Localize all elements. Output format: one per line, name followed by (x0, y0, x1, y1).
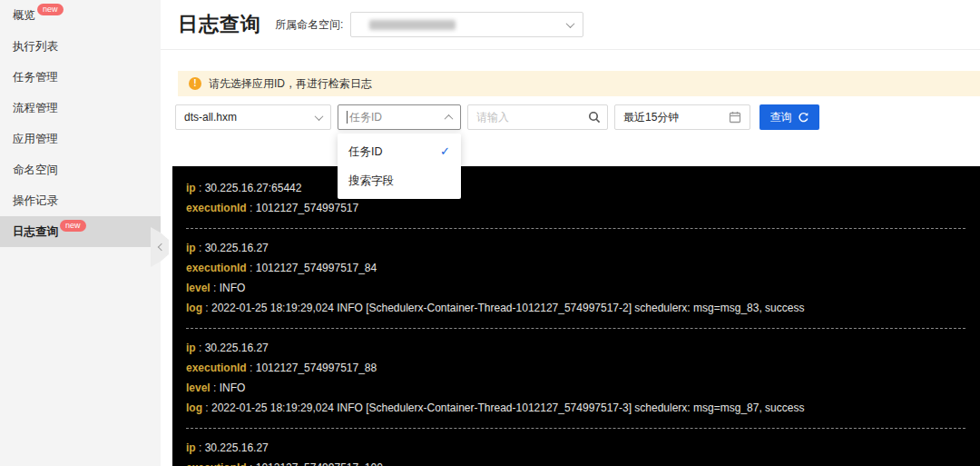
sidebar-item-label: 流程管理 (13, 102, 58, 114)
page-header: 日志查询 所属命名空间: (161, 0, 980, 50)
log-field: level : INFO (186, 278, 965, 298)
log-field-colon: : (202, 402, 211, 414)
log-panel[interactable]: ip : 30.225.16.27:65442executionId : 101… (172, 166, 980, 466)
chevron-up-icon (445, 114, 454, 123)
namespace-value-redacted (369, 20, 456, 30)
sidebar-item-operation-record[interactable]: 操作记录 (0, 185, 161, 216)
log-field-colon: : (247, 461, 256, 466)
log-field-value: INFO (220, 282, 246, 294)
log-field-value: INFO (220, 382, 246, 394)
sidebar-item-label: 任务管理 (13, 71, 58, 84)
log-field-colon: : (247, 202, 256, 214)
calendar-icon (729, 111, 741, 124)
log-field-key: executionId (186, 262, 247, 274)
log-field: ip : 30.225.16.27 (186, 238, 965, 258)
sidebar: 概览new执行列表任务管理流程管理应用管理命名空间操作记录日志查询new (0, 0, 161, 466)
option-search-field[interactable]: 搜索字段 (338, 166, 461, 195)
log-field-value: 1012127_574997517_88 (256, 362, 377, 374)
log-field-colon: : (196, 242, 205, 254)
chevron-down-icon (315, 112, 324, 121)
main-content: 日志查询 所属命名空间: ! 请先选择应用ID，再进行检索日志 dts-all.… (161, 0, 980, 466)
filter-bar: dts-all.hxm 任务ID 最近15分钟 (175, 104, 980, 130)
sidebar-item-label: 命名空间 (13, 164, 58, 176)
menu-option-label: 任务ID (348, 137, 383, 166)
option-task-id[interactable]: 任务ID✓ (338, 137, 461, 166)
sidebar-item-namespace[interactable]: 命名空间 (0, 154, 161, 185)
log-field-key: log (186, 402, 202, 414)
log-field: executionId : 1012127_574997517 (186, 198, 965, 218)
log-field-key: log (186, 302, 202, 314)
log-field-key: executionId (186, 362, 247, 374)
log-field-key: executionId (186, 461, 247, 466)
alert-banner: ! 请先选择应用ID，再进行检索日志 (178, 71, 980, 96)
sidebar-item-label: 日志查询 (13, 225, 58, 238)
sidebar-item-task-management[interactable]: 任务管理 (0, 62, 161, 93)
log-entry: ip : 30.225.16.27executionId : 1012127_5… (186, 338, 965, 418)
log-field-colon: : (196, 441, 205, 454)
warning-icon: ! (189, 77, 201, 90)
log-field-colon: : (211, 382, 220, 394)
sidebar-item-label: 操作记录 (13, 194, 58, 207)
log-field-value: 1012127_574997517_100 (256, 461, 383, 466)
log-field-value: 30.225.16.27:65442 (205, 182, 302, 194)
log-separator (186, 428, 965, 429)
query-button[interactable]: 查询 (760, 104, 819, 130)
search-icon (588, 111, 601, 124)
namespace-select[interactable] (350, 12, 583, 37)
log-field-key: ip (186, 441, 196, 454)
log-field-colon: : (196, 182, 205, 194)
log-field-key: ip (186, 182, 196, 194)
sidebar-item-label: 应用管理 (13, 133, 58, 145)
sidebar-item-log-query[interactable]: 日志查询new (0, 216, 161, 247)
log-entry: ip : 30.225.16.27executionId : 1012127_5… (186, 438, 965, 466)
log-separator (186, 328, 965, 329)
log-field-value: 1012127_574997517_84 (256, 262, 377, 274)
log-field-value: 30.225.16.27 (205, 441, 269, 454)
sidebar-item-overview[interactable]: 概览new (0, 0, 161, 31)
log-entry: ip : 30.225.16.27executionId : 1012127_5… (186, 238, 965, 318)
sidebar-item-label: 执行列表 (13, 40, 58, 53)
log-field-value: 30.225.16.27 (205, 342, 269, 354)
refresh-icon (798, 112, 809, 124)
log-field: level : INFO (186, 378, 965, 398)
log-field: executionId : 1012127_574997517_88 (186, 358, 965, 378)
sidebar-item-workflow-management[interactable]: 流程管理 (0, 93, 161, 124)
log-field-key: ip (186, 342, 196, 354)
log-field-key: level (186, 382, 211, 394)
field-select[interactable]: 任务ID (338, 104, 461, 130)
log-field: log : 2022-01-25 18:19:29,024 INFO [Sche… (186, 298, 965, 318)
log-field: executionId : 1012127_574997517_100 (186, 458, 965, 466)
search-input[interactable] (467, 104, 608, 130)
new-badge: new (37, 4, 64, 15)
log-field-value: 30.225.16.27 (205, 242, 269, 254)
log-field-value: 1012127_574997517 (256, 202, 358, 214)
chevron-left-icon (158, 243, 165, 251)
log-field: ip : 30.225.16.27:65442 (186, 178, 965, 198)
time-range-picker[interactable]: 最近15分钟 (614, 104, 750, 130)
menu-option-label: 搜索字段 (348, 166, 394, 195)
page-title: 日志查询 (178, 11, 261, 38)
sidebar-item-app-management[interactable]: 应用管理 (0, 124, 161, 154)
new-badge: new (60, 220, 86, 232)
log-entry: ip : 30.225.16.27:65442executionId : 101… (186, 178, 965, 218)
log-field: log : 2022-01-25 18:19:29,024 INFO [Sche… (186, 398, 965, 418)
chevron-down-icon (566, 19, 575, 28)
check-icon: ✓ (440, 137, 450, 166)
log-field-colon: : (211, 282, 220, 294)
log-field: ip : 30.225.16.27 (186, 338, 965, 358)
log-field: ip : 30.225.16.27 (186, 438, 965, 458)
alert-text: 请先选择应用ID，再进行检索日志 (209, 76, 372, 92)
log-field-value: 2022-01-25 18:19:29,024 INFO [Schedulerx… (211, 402, 804, 414)
log-field-colon: : (202, 302, 211, 314)
log-field-colon: : (196, 342, 205, 354)
log-field: executionId : 1012127_574997517_84 (186, 258, 965, 278)
search-field-wrap (467, 104, 608, 130)
sidebar-item-execution-list[interactable]: 执行列表 (0, 31, 161, 62)
log-field-colon: : (247, 362, 256, 374)
app-select[interactable]: dts-all.hxm (175, 104, 331, 130)
log-field-colon: : (247, 262, 256, 274)
log-separator (186, 228, 965, 229)
field-select-value: 任务ID (349, 110, 382, 125)
log-field-value: 2022-01-25 18:19:29,024 INFO [Schedulerx… (211, 302, 804, 314)
field-select-dropdown: 任务ID✓搜索字段 (338, 134, 461, 199)
